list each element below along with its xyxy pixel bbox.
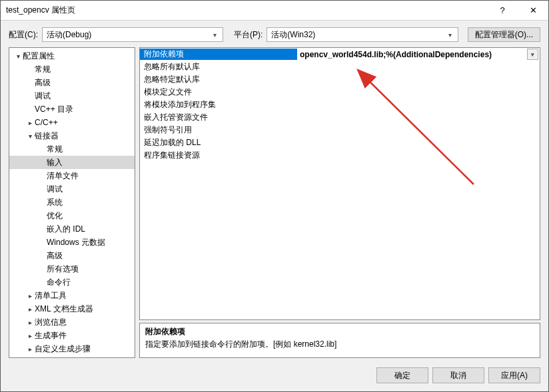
grid-row-label: 强制符号引用 <box>140 124 297 136</box>
grid-row[interactable]: 延迟加载的 DLL <box>140 136 540 149</box>
description-title: 附加依赖项 <box>145 326 534 337</box>
right-column: 附加依赖项opencv_world454d.lib;%(AdditionalDe… <box>139 47 540 358</box>
tree-item[interactable]: ▸浏览信息 <box>9 315 135 329</box>
config-manager-button[interactable]: 配置管理器(O)... <box>468 27 540 42</box>
tree-item[interactable]: 清单文件 <box>9 169 135 182</box>
property-grid[interactable]: 附加依赖项opencv_world454d.lib;%(AdditionalDe… <box>139 47 540 320</box>
grid-row[interactable]: 忽略所有默认库 <box>140 61 540 73</box>
tree-item[interactable]: 调试 <box>9 89 135 102</box>
tree-item-label: VC++ 目录 <box>35 104 73 115</box>
tree-item-label: 调试 <box>47 184 63 195</box>
expander-icon[interactable]: ▸ <box>25 332 35 339</box>
expander-icon[interactable]: ▸ <box>25 305 35 313</box>
tree-item[interactable]: 常规 <box>9 142 135 156</box>
tree-item[interactable]: 调试 <box>9 182 135 196</box>
expander-icon[interactable]: ▸ <box>25 119 35 126</box>
tree-item[interactable]: VC++ 目录 <box>9 102 135 116</box>
toolbar: 配置(C): 活动(Debug) ▾ 平台(P): 活动(Win32) ▾ 配置… <box>1 21 548 47</box>
grid-row[interactable]: 将模块添加到程序集 <box>140 98 540 111</box>
tree-item[interactable]: 所有选项 <box>9 262 135 276</box>
tree-item[interactable]: ▸自定义生成步骤 <box>9 342 135 355</box>
window-title: test_opencv 属性页 <box>6 5 487 16</box>
ok-button[interactable]: 确定 <box>376 367 428 383</box>
platform-combo[interactable]: 活动(Win32) ▾ <box>267 27 458 42</box>
tree-item[interactable]: ▸C/C++ <box>9 116 135 129</box>
grid-row-label: 嵌入托管资源文件 <box>140 112 297 123</box>
config-value: 活动(Debug) <box>47 29 91 41</box>
grid-row[interactable]: 程序集链接资源 <box>140 149 540 162</box>
tree-item-label: 生成事件 <box>35 330 67 341</box>
grid-row-label: 延迟加载的 DLL <box>140 137 297 148</box>
grid-row[interactable]: 嵌入托管资源文件 <box>140 111 540 124</box>
help-button[interactable]: ? <box>487 1 518 21</box>
titlebar: test_opencv 属性页 ? ✕ <box>1 1 548 21</box>
nav-tree[interactable]: ▾配置属性常规高级调试VC++ 目录▸C/C++▾链接器常规输入清单文件调试系统… <box>9 47 135 358</box>
tree-item-label: 优化 <box>47 210 63 222</box>
grid-row[interactable]: 强制符号引用 <box>140 124 540 136</box>
expander-icon[interactable]: ▸ <box>25 319 35 326</box>
grid-row-label: 忽略所有默认库 <box>140 61 297 73</box>
grid-row-label: 忽略特定默认库 <box>140 74 297 85</box>
grid-row[interactable]: 忽略特定默认库 <box>140 73 540 86</box>
tree-item-label: 嵌入的 IDL <box>47 224 85 235</box>
body: ▾配置属性常规高级调试VC++ 目录▸C/C++▾链接器常规输入清单文件调试系统… <box>1 47 548 362</box>
tree-item-label: 配置属性 <box>23 51 55 62</box>
expander-icon[interactable]: ▸ <box>25 345 35 353</box>
tree-item[interactable]: ▾链接器 <box>9 129 135 142</box>
tree-item[interactable]: ▾配置属性 <box>9 49 135 63</box>
expander-icon[interactable]: ▸ <box>25 292 35 299</box>
config-label: 配置(C): <box>9 29 38 41</box>
close-button[interactable]: ✕ <box>518 1 548 21</box>
grid-row-label: 附加依赖项 <box>140 49 297 60</box>
grid-row-value[interactable]: opencv_world454d.lib;%(AdditionalDepende… <box>297 49 540 60</box>
tree-item[interactable]: ▸XML 文档生成器 <box>9 302 135 315</box>
tree-item-label: 自定义生成步骤 <box>35 343 91 355</box>
tree-item[interactable]: 输入 <box>9 156 135 169</box>
platform-label: 平台(P): <box>234 29 263 41</box>
config-combo[interactable]: 活动(Debug) ▾ <box>42 27 223 42</box>
tree-item[interactable]: 常规 <box>9 63 135 76</box>
tree-item-label: 常规 <box>35 64 51 75</box>
tree-item[interactable]: 命令行 <box>9 276 135 289</box>
tree-item-label: 清单工具 <box>35 290 67 301</box>
grid-row[interactable]: 模块定义文件 <box>140 86 540 98</box>
tree-item-label: 浏览信息 <box>35 317 67 328</box>
tree-item[interactable]: 优化 <box>9 209 135 222</box>
tree-item-label: 系统 <box>47 197 63 208</box>
tree-item-label: 命令行 <box>47 277 71 288</box>
tree-item-label: Windows 元数据 <box>47 237 105 248</box>
tree-item-label: 调试 <box>35 91 51 102</box>
cancel-button[interactable]: 取消 <box>432 367 484 383</box>
dropdown-button[interactable]: ▾ <box>527 49 538 60</box>
grid-row-label: 将模块添加到程序集 <box>140 99 297 110</box>
property-page-window: test_opencv 属性页 ? ✕ 配置(C): 活动(Debug) ▾ 平… <box>0 0 549 392</box>
tree-item[interactable]: Windows 元数据 <box>9 236 135 249</box>
chevron-down-icon: ▾ <box>444 31 455 39</box>
footer: 确定 取消 应用(A) <box>1 362 548 391</box>
grid-row-label: 模块定义文件 <box>140 87 297 98</box>
close-icon: ✕ <box>530 5 537 15</box>
platform-value: 活动(Win32) <box>271 29 315 41</box>
tree-item-label: 所有选项 <box>47 264 79 275</box>
tree-item-label: 输入 <box>47 157 63 168</box>
tree-item-label: 常规 <box>47 144 63 155</box>
description-text: 指定要添加到链接命令行的附加项。[例如 kernel32.lib] <box>145 339 534 350</box>
help-icon: ? <box>500 5 504 15</box>
tree-item-label: C/C++ <box>35 118 58 127</box>
tree-item-label: 高级 <box>35 77 51 89</box>
tree-item-label: 链接器 <box>35 130 59 142</box>
expander-icon[interactable]: ▾ <box>25 132 35 140</box>
tree-item[interactable]: 系统 <box>9 196 135 209</box>
tree-item[interactable]: 嵌入的 IDL <box>9 222 135 236</box>
expander-icon[interactable]: ▾ <box>13 53 23 60</box>
tree-item-label: XML 文档生成器 <box>35 303 93 315</box>
tree-item[interactable]: 高级 <box>9 76 135 89</box>
tree-item[interactable]: ▸生成事件 <box>9 329 135 342</box>
grid-row[interactable]: 附加依赖项opencv_world454d.lib;%(AdditionalDe… <box>140 48 540 61</box>
chevron-down-icon: ▾ <box>209 31 220 39</box>
tree-item[interactable]: 高级 <box>9 249 135 262</box>
tree-item[interactable]: ▸清单工具 <box>9 289 135 302</box>
description-panel: 附加依赖项 指定要添加到链接命令行的附加项。[例如 kernel32.lib] <box>139 323 540 358</box>
apply-button[interactable]: 应用(A) <box>488 367 540 383</box>
grid-row-label: 程序集链接资源 <box>140 150 297 161</box>
